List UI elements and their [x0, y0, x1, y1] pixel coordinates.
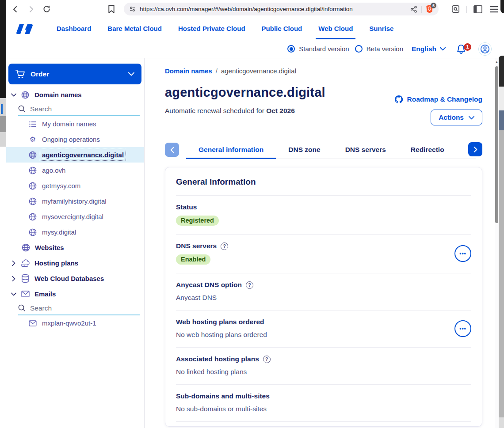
breadcrumb-domain-names-link[interactable]: Domain names [165, 67, 212, 75]
envelope-icon [28, 320, 37, 326]
breadcrumb-separator: / [216, 67, 218, 75]
github-icon [395, 95, 403, 103]
sidebar-item-my-domain-names[interactable]: My domain names [6, 116, 144, 132]
toolbar-right-controls [451, 4, 499, 14]
forward-icon[interactable] [26, 4, 36, 14]
main-content: Domain names / agenticgovernance.digital… [145, 58, 504, 428]
nav-item-sunrise[interactable]: Sunrise [367, 22, 396, 36]
help-icon[interactable]: ? [246, 281, 253, 289]
help-icon[interactable]: ? [263, 356, 271, 363]
anycast-row: Anycast DNS option ? Anycast DNS [176, 273, 471, 311]
chevron-down-icon[interactable] [10, 93, 18, 97]
domain-search-input[interactable] [30, 105, 123, 113]
tab-general-information[interactable]: General information [186, 140, 276, 159]
nav-item-dashboard[interactable]: Dashboard [54, 22, 94, 36]
account-button[interactable] [478, 42, 492, 56]
sidebar-item-domain-0[interactable]: ago.ovh [6, 163, 144, 178]
brave-shield-icon[interactable]: 5 [426, 5, 433, 13]
scrollbar-thumb[interactable] [495, 66, 498, 223]
roadmap-changelog-link[interactable]: Roadmap & Changelog [395, 95, 482, 103]
share-icon[interactable] [410, 6, 417, 13]
email-search-field[interactable] [18, 302, 140, 315]
sidebar-item-domain-2[interactable]: myfamilyhistory.digital [6, 193, 144, 209]
subdomains-row: Sub-domains and multi-sites No sub-domai… [176, 385, 471, 422]
standard-version-label: Standard version [299, 45, 349, 53]
reload-icon[interactable] [42, 4, 51, 14]
help-icon[interactable]: ? [221, 242, 228, 250]
search-tabs-icon[interactable] [451, 4, 460, 14]
renewal-prefix: Automatic renewal scheduled for [165, 107, 266, 114]
sidebar-item-label: My domain names [42, 120, 96, 128]
page-scrollbar[interactable]: ▲ [495, 58, 499, 428]
nav-item-public-cloud[interactable]: Public Cloud [259, 22, 305, 36]
dns-servers-more-button[interactable]: ••• [454, 245, 471, 262]
bookmark-icon[interactable] [107, 4, 116, 14]
globe-icon [21, 91, 30, 99]
chevron-down-icon [440, 47, 446, 51]
globe-icon [28, 151, 37, 159]
domain-search-field[interactable] [18, 102, 140, 116]
sidebar-item-email-plan[interactable]: mxplan-qwvo2ut-1 [6, 315, 144, 331]
sidebar-section-web-cloud-databases[interactable]: Web Cloud Databases [6, 271, 144, 286]
cart-icon [15, 70, 25, 79]
sidebar-toggle-icon[interactable] [473, 4, 483, 14]
sidebar-section-hosting-plans[interactable]: Hosting plans [6, 255, 144, 271]
sidebar-section-domain-names[interactable]: Domain names [6, 87, 144, 102]
tabs-scroll-right-button[interactable] [468, 142, 482, 156]
chevron-right-icon[interactable] [10, 276, 18, 281]
sidebar-section-websites[interactable]: Websites [6, 240, 144, 255]
menu-icon[interactable] [489, 4, 499, 14]
sidebar-item-domain-3[interactable]: mysovereignty.digital [6, 209, 144, 224]
breadcrumb: Domain names / agenticgovernance.digital [165, 67, 482, 75]
ellipsis-icon: ••• [459, 250, 466, 257]
standard-version-radio[interactable]: Standard version [287, 45, 349, 53]
browser-toolbar: https://ca.ovh.com/manager/#/web/domain/… [6, 0, 504, 18]
associated-hosting-label: Associated hosting plans [176, 355, 259, 363]
sidebar-item-domain-1[interactable]: getmysy.com [6, 178, 144, 193]
address-bar[interactable]: https://ca.ovh.com/manager/#/web/domain/… [124, 3, 439, 15]
tab-dns-servers[interactable]: DNS servers [333, 140, 398, 159]
ovhcloud-logo[interactable] [16, 23, 36, 36]
status-row: Status Registered [176, 196, 471, 235]
chevron-right-icon[interactable] [10, 261, 18, 266]
sidebar-item-label: mysy.digital [42, 228, 76, 236]
sidebar-item-label: mxplan-qwvo2ut-1 [42, 319, 96, 327]
language-selector[interactable]: English [412, 45, 446, 53]
sidebar-item-label: agenticgovernance.digital [42, 151, 124, 159]
nav-item-web-cloud[interactable]: Web Cloud [316, 22, 355, 36]
urlbar-separator [421, 6, 422, 13]
actions-button[interactable]: Actions [431, 110, 482, 125]
background-window-left-sliver [0, 0, 6, 428]
tab-dns-zone[interactable]: DNS zone [276, 140, 332, 159]
site-settings-icon[interactable] [129, 6, 136, 12]
list-icon [28, 121, 37, 127]
sidebar-item-selected-domain[interactable]: agenticgovernance.digital [6, 147, 144, 163]
url-text[interactable]: https://ca.ovh.com/manager/#/web/domain/… [140, 6, 406, 12]
order-button[interactable]: Order [8, 64, 141, 84]
sidebar-section-emails[interactable]: Emails [6, 286, 144, 302]
back-icon[interactable] [11, 4, 20, 14]
sidebar-section-label: Hosting plans [34, 259, 78, 267]
sidebar-item-label: myfamilyhistory.digital [42, 197, 107, 205]
order-label: Order [31, 70, 49, 78]
anycast-label: Anycast DNS option [176, 281, 242, 289]
tabs-viewport: General information DNS zone DNS servers… [186, 140, 476, 159]
sidebar-section-label: Emails [34, 290, 56, 298]
email-search-input[interactable] [30, 304, 123, 312]
tab-redirections[interactable]: Redirectio [398, 140, 444, 159]
sidebar-section-label: Domain names [34, 91, 82, 98]
beta-version-radio[interactable]: Beta version [355, 45, 403, 53]
sidebar-item-domain-4[interactable]: mysy.digital [6, 224, 144, 240]
search-icon [18, 105, 26, 113]
globe-icon [28, 228, 37, 236]
tabs-scroll-left-button[interactable] [165, 143, 179, 157]
globe-icon [28, 197, 37, 205]
notifications-button[interactable]: 1 [456, 43, 466, 55]
scrollbar-up-arrow[interactable]: ▲ [495, 60, 499, 64]
sidebar-item-ongoing-operations[interactable]: ⚙ Ongoing operations [6, 132, 144, 147]
dns-servers-label: DNS servers [176, 242, 217, 250]
nav-item-hosted-private-cloud[interactable]: Hosted Private Cloud [176, 22, 248, 36]
nav-item-bare-metal-cloud[interactable]: Bare Metal Cloud [105, 22, 164, 36]
web-hosting-more-button[interactable]: ••• [454, 320, 471, 337]
chevron-down-icon[interactable] [10, 292, 18, 296]
